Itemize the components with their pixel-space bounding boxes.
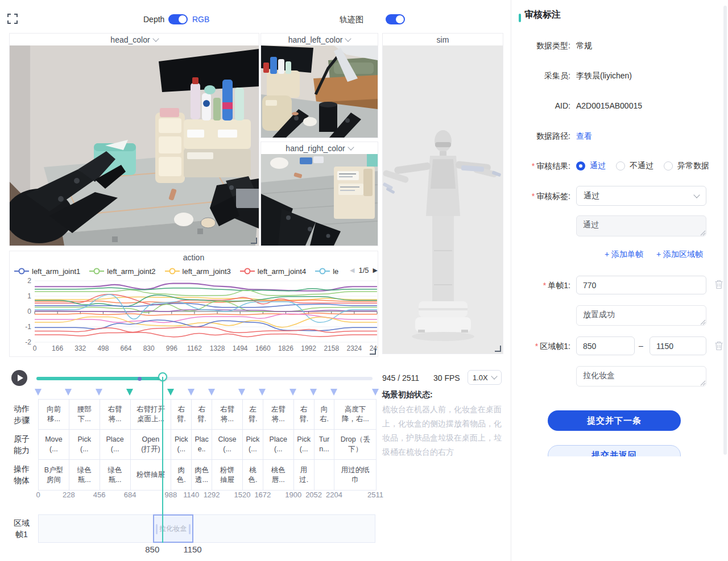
- region-frame-to-input[interactable]: [650, 336, 706, 355]
- step-cell[interactable]: 右臂 将...: [212, 400, 243, 430]
- timeline-flag-marker[interactable]: [289, 389, 296, 396]
- timeline-flag-marker[interactable]: [330, 389, 337, 396]
- legend-item[interactable]: le: [315, 267, 338, 276]
- timeline-flag-marker[interactable]: [126, 389, 133, 396]
- speed-select[interactable]: 1.0X: [468, 370, 502, 385]
- head-color-title[interactable]: head_color: [10, 34, 259, 45]
- step-cell[interactable]: 右 臂.: [192, 400, 212, 430]
- result-label: *审核结果:: [511, 161, 570, 172]
- step-cell[interactable]: 右 臂.: [171, 400, 192, 430]
- step-cell[interactable]: [315, 460, 335, 490]
- tag-select[interactable]: 通过: [576, 186, 706, 206]
- step-cell[interactable]: 右 臂.: [294, 400, 315, 430]
- playback-slider[interactable]: [36, 377, 373, 380]
- step-cell[interactable]: 桃 色.: [243, 460, 263, 490]
- timeline-flag-marker[interactable]: [96, 389, 102, 396]
- submit-return-button[interactable]: 提交并返回: [548, 445, 681, 456]
- delete-region-frame-icon[interactable]: [714, 341, 723, 351]
- data-path-view-link[interactable]: 查看: [576, 131, 592, 142]
- step-cell[interactable]: 桃色 唇...: [263, 460, 294, 490]
- step-cell[interactable]: 肉 色.: [171, 460, 192, 490]
- single-frame-dot: [138, 377, 142, 381]
- step-cell[interactable]: 右臂 将...: [100, 400, 131, 430]
- region-track-bar[interactable]: 拉化妆盒: [38, 514, 375, 543]
- resize-handle-icon[interactable]: [700, 319, 706, 325]
- step-cell[interactable]: Plac e..: [192, 430, 212, 460]
- timeline-flag-marker[interactable]: [188, 389, 195, 396]
- region-segment[interactable]: 拉化妆盒: [153, 514, 193, 543]
- radio-fail-label[interactable]: 不通过: [630, 161, 653, 171]
- timeline-flag-marker[interactable]: [310, 389, 317, 396]
- play-button[interactable]: [11, 370, 27, 386]
- resize-corner-icon[interactable]: [370, 348, 376, 355]
- segment-left-handle[interactable]: [156, 524, 158, 534]
- step-cell[interactable]: Pick (...: [171, 430, 192, 460]
- radio-abnormal[interactable]: [664, 161, 673, 171]
- single-frame-input[interactable]: [576, 276, 706, 294]
- step-cell[interactable]: 向前 移...: [39, 400, 69, 430]
- data-path-label: 数据路径:: [511, 131, 570, 142]
- step-cell[interactable]: Open (打开): [131, 430, 172, 460]
- submit-next-button[interactable]: 提交并下一条: [548, 410, 681, 431]
- fullscreen-icon[interactable]: [7, 14, 18, 24]
- radio-abnormal-label[interactable]: 异常数据: [677, 161, 709, 171]
- step-cell[interactable]: 肉色 透...: [192, 460, 212, 490]
- legend-item[interactable]: left_arm_joint2: [89, 267, 155, 276]
- segment-right-handle[interactable]: [189, 524, 191, 534]
- region-frame-from-input[interactable]: [576, 336, 635, 355]
- step-cell[interactable]: 粉饼抽屉: [131, 460, 172, 490]
- step-cell[interactable]: Move (...: [39, 430, 69, 460]
- radio-pass[interactable]: [576, 161, 585, 171]
- depth-rgb-toggle[interactable]: [168, 14, 188, 24]
- step-cell[interactable]: 用 过.: [294, 460, 315, 490]
- step-cell[interactable]: 左臂 将...: [263, 400, 294, 430]
- step-cell[interactable]: 绿色 瓶...: [100, 460, 131, 490]
- legend-next-icon[interactable]: ▶: [373, 267, 378, 274]
- step-cell[interactable]: Close (...: [212, 430, 243, 460]
- radio-pass-label[interactable]: 通过: [590, 161, 606, 171]
- tag-note-textarea[interactable]: 通过: [576, 215, 706, 236]
- playhead-line[interactable]: [162, 377, 163, 543]
- hand-left-title[interactable]: hand_left_color: [261, 34, 378, 45]
- timeline-flag-marker[interactable]: [35, 389, 42, 396]
- step-cell[interactable]: Place (...: [263, 430, 294, 460]
- step-cell[interactable]: Pick (...: [294, 430, 315, 460]
- legend-item[interactable]: left_arm_joint1: [14, 267, 80, 276]
- scrollbar[interactable]: [723, 6, 727, 455]
- delete-single-frame-icon[interactable]: [714, 280, 723, 289]
- step-cell[interactable]: Place (...: [100, 430, 131, 460]
- legend-item[interactable]: left_arm_joint4: [240, 267, 306, 276]
- legend-prev-icon[interactable]: ◀: [350, 267, 354, 274]
- step-cell[interactable]: 用过的纸 巾: [334, 460, 376, 490]
- single-frame-desc-textarea[interactable]: 放置成功: [576, 305, 706, 326]
- legend-item[interactable]: left_arm_joint3: [165, 267, 231, 276]
- step-cell[interactable]: Drop（丢 下）: [334, 430, 376, 460]
- step-cell[interactable]: 腰部 下...: [69, 400, 100, 430]
- region-frame-desc-textarea[interactable]: 拉化妆盒: [576, 366, 706, 387]
- timeline-flag-marker[interactable]: [65, 389, 72, 396]
- step-cell[interactable]: Pick (...: [243, 430, 263, 460]
- add-single-frame-link[interactable]: + 添加单帧: [605, 250, 643, 260]
- timeline-flag-marker[interactable]: [238, 389, 245, 396]
- step-cell[interactable]: 高度下 降，右...: [334, 400, 376, 430]
- step-cell[interactable]: B户型 房间: [39, 460, 69, 490]
- step-cell[interactable]: 粉饼 抽屉: [212, 460, 243, 490]
- add-region-frame-link[interactable]: + 添加区域帧: [656, 250, 703, 260]
- step-cell[interactable]: 绿色 瓶...: [69, 460, 100, 490]
- timeline-flag-marker[interactable]: [259, 389, 266, 396]
- step-cell[interactable]: 右臂打开 桌面上...: [131, 400, 172, 430]
- step-cell[interactable]: Tur n...: [315, 430, 335, 460]
- resize-corner-icon[interactable]: [251, 238, 257, 244]
- trajectory-toggle[interactable]: [386, 14, 405, 24]
- timeline-flag-marker[interactable]: [167, 389, 174, 396]
- resize-corner-icon[interactable]: [495, 346, 501, 352]
- step-cell[interactable]: 左 臂.: [243, 400, 263, 430]
- resize-handle-icon[interactable]: [700, 380, 706, 386]
- timeline-flag-marker[interactable]: [208, 389, 215, 396]
- radio-fail[interactable]: [616, 161, 625, 171]
- resize-handle-icon[interactable]: [700, 230, 706, 236]
- hand-right-title[interactable]: hand_right_color: [261, 142, 378, 154]
- step-cell[interactable]: 向 右.: [315, 400, 335, 430]
- step-cell[interactable]: Pick (...: [69, 430, 100, 460]
- timeline-flag-marker[interactable]: [372, 389, 379, 396]
